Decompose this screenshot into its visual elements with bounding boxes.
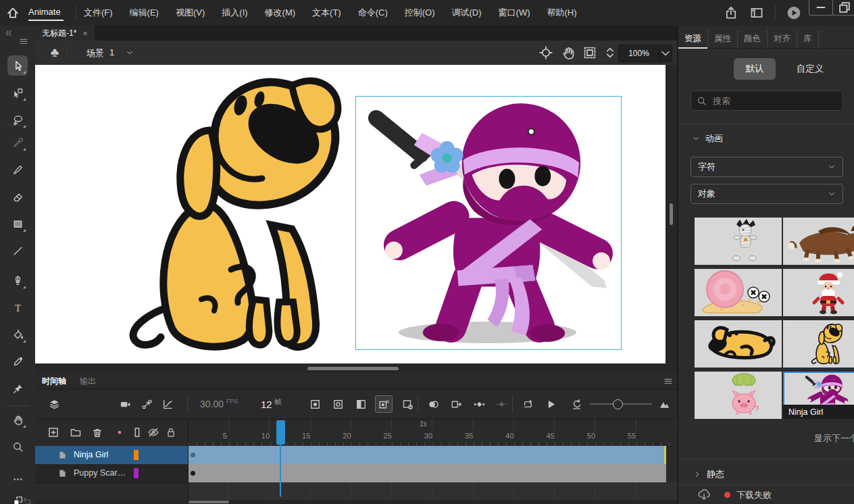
menu-文本(T)[interactable]: 文本(T) [312,7,341,19]
section-static-row[interactable]: 静态 [678,465,854,484]
remove-keyframe[interactable] [399,395,416,413]
eraser-tool[interactable] [7,186,28,207]
paint-bucket-tool[interactable] [7,324,28,345]
workspace-layout-icon[interactable] [749,5,764,20]
frame-span-row-Puppy Scar…[interactable] [189,464,678,482]
edit-symbols-icon[interactable]: ♣ [46,44,64,61]
menu-视图(V)[interactable]: 视图(V) [176,7,205,19]
parenting-view[interactable] [138,395,155,413]
layer-row-Ninja Girl[interactable]: Ninja Girl [35,446,188,465]
tab-timeline[interactable]: 时间轴 [42,376,66,387]
mode-default-button[interactable]: 默认 [734,58,776,80]
rotate-canvas-icon[interactable] [561,45,576,60]
quick-play-icon[interactable] [786,5,801,20]
zoom-level-select[interactable]: 100% [618,45,672,62]
menu-窗口(W)[interactable]: 窗口(W) [499,7,530,19]
keyframe-hollow[interactable] [329,395,347,413]
puppy-sitting-thumbnail[interactable] [783,320,854,368]
frames-empty-area[interactable] [189,482,678,500]
clip-content-icon[interactable] [582,45,597,60]
loop-playback[interactable] [519,395,536,413]
menu-插入(I)[interactable]: 插入(I) [222,7,247,19]
menu-文件(F)[interactable]: 文件(F) [84,7,113,19]
pen-tool[interactable] [7,270,28,291]
timeline-seconds-strip[interactable]: 1s [189,419,678,430]
lasso-tool[interactable] [7,109,28,130]
brush-tool[interactable] [7,159,28,180]
hand-tool[interactable] [7,409,28,430]
stage-horizontal-scrollbar[interactable] [35,363,677,373]
search-input[interactable] [711,95,829,107]
eyedropper-tool[interactable] [7,351,28,372]
lock-all-icon[interactable] [165,426,177,438]
show-next-link[interactable]: 显示下一个 [814,432,854,445]
fps-indicator[interactable]: 30.00 FPS [200,398,238,409]
outline-color-dot-icon[interactable] [114,426,126,438]
stage-horizontal-scroll-thumb[interactable] [307,367,399,370]
timeline-scroll-thumb[interactable] [189,501,229,503]
menu-编辑(E)[interactable]: 编辑(E) [130,7,159,19]
close-tab-icon[interactable]: × [82,28,88,39]
layers-panel[interactable] [45,395,63,413]
fluid-brush-tool[interactable] [7,132,28,153]
frame-span[interactable] [189,446,666,464]
keyframe-dot[interactable] [191,471,195,476]
home-icon[interactable] [5,5,20,20]
menu-调试(D)[interactable]: 调试(D) [452,7,482,19]
timeline-panel-menu-icon[interactable] [663,376,673,386]
layer-color-swatch[interactable] [134,450,139,460]
add-layer-icon[interactable] [47,426,59,438]
graph-editor[interactable] [159,395,176,413]
zoom-stepper-icon[interactable] [603,45,618,60]
frame-span[interactable] [189,464,666,482]
tab-output[interactable]: 输出 [80,376,96,387]
document-tab[interactable]: 无标题-1* × [35,26,95,41]
keyframe-dot[interactable] [191,453,195,457]
ninja-girl-selection-box[interactable] [355,96,622,350]
layer-color-swatch[interactable] [134,468,139,478]
delete-layer-icon[interactable] [91,426,103,438]
panel-tab-库[interactable]: 库 [797,30,819,48]
auto-keyframe[interactable]: A [375,395,393,413]
show-hide-all-icon[interactable] [147,426,159,438]
mode-custom-button[interactable]: 自定义 [786,58,834,80]
objects-filter-select[interactable]: 对象 [690,184,843,204]
rectangle-tool[interactable] [7,213,28,234]
panel-tab-属性[interactable]: 属性 [708,30,738,48]
timeline-zoom[interactable] [655,395,673,413]
window-restore-button[interactable] [832,0,854,16]
keyframe-filled[interactable] [306,395,324,413]
app-name[interactable]: Animate [28,7,61,17]
snail-thumbnail[interactable] [695,269,782,316]
layer-row-Puppy Scar…[interactable]: Puppy Scar… [35,464,188,483]
menu-命令(C)[interactable]: 命令(C) [358,7,388,19]
center-stage-icon[interactable] [538,45,553,60]
selection-tool[interactable] [7,55,28,76]
collapse-panel-icon[interactable] [3,28,13,38]
ninja-girl-thumbnail[interactable]: Ninja Girl [783,372,854,419]
frame-span-row-Ninja Girl[interactable] [189,446,678,464]
step-back[interactable] [568,395,585,413]
zoom-dropdown-icon[interactable] [659,45,672,61]
line-tool[interactable] [7,241,28,261]
create-tween[interactable] [470,395,488,413]
more-options[interactable] [7,469,28,489]
scene-dropdown-icon[interactable] [126,49,134,57]
current-frame-indicator[interactable]: 12 帧 [261,397,282,410]
camera[interactable] [116,395,134,413]
window-minimize-button[interactable] [809,0,833,16]
puppy-crawling-thumbnail[interactable] [695,320,782,368]
puppy-artwork[interactable] [115,68,345,355]
menu-控制(O)[interactable]: 控制(O) [405,7,435,19]
pig-parachute-thumbnail[interactable] [695,372,782,419]
keyframe-half[interactable] [352,395,370,413]
search-box[interactable] [690,91,843,111]
subselection-tool[interactable] [7,82,28,103]
chevron-down-icon[interactable] [692,134,700,143]
share-icon[interactable] [724,5,738,20]
timeline-frames-area[interactable]: 1s 510152025303540455055 [188,419,678,504]
insert-frame[interactable] [447,395,465,413]
panel-tab-资源[interactable]: 资源 [678,30,708,48]
play-button[interactable] [542,395,559,413]
panel-tab-颜色[interactable]: 颜色 [738,30,768,48]
